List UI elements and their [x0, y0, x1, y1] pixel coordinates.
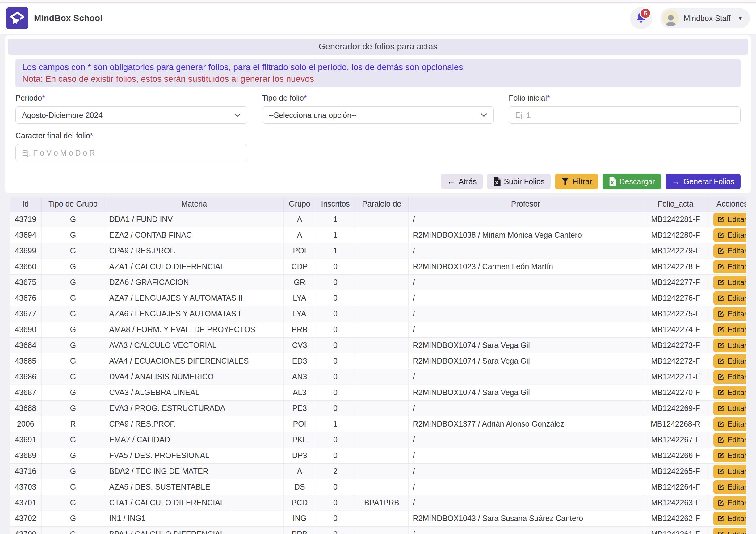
user-menu[interactable]: Mindbox Staff ▼: [660, 8, 750, 28]
main-content: Generador de folios para actas Los campo…: [5, 36, 751, 534]
filtrar-button[interactable]: Filtrar: [555, 174, 598, 189]
edit-button-label: Editar: [727, 357, 746, 366]
edit-pencil-icon: [717, 468, 724, 475]
editar-button[interactable]: Editar: [714, 480, 746, 494]
cell-acciones: Editar: [708, 306, 746, 322]
cell-acciones: Editar: [708, 322, 746, 337]
editar-button[interactable]: Editar: [714, 292, 746, 305]
editar-button[interactable]: Editar: [714, 213, 746, 226]
periodo-selected-value: Agosto-Diciembre 2024: [22, 111, 102, 120]
table-row: 43675 G DZA6 / GRAFICACION GR 0 / MB1242…: [10, 274, 746, 290]
notifications-button[interactable]: 5: [630, 7, 652, 29]
editar-button[interactable]: Editar: [714, 323, 746, 337]
col-paralelo: Paralelo de: [355, 197, 408, 212]
editar-button[interactable]: Editar: [714, 244, 746, 258]
cell-tipo-grupo: G: [41, 290, 105, 306]
edit-pencil-icon: [717, 326, 724, 333]
edit-pencil-icon: [717, 499, 724, 506]
editar-button[interactable]: Editar: [714, 339, 746, 352]
required-asterisk: *: [547, 93, 550, 102]
cell-tipo-grupo: G: [41, 479, 105, 495]
cell-paralelo: [355, 432, 408, 447]
caracter-final-field: Caracter final del folio*: [15, 131, 247, 162]
editar-button[interactable]: Editar: [714, 465, 746, 478]
editar-button[interactable]: Editar: [714, 354, 746, 368]
editar-button[interactable]: Editar: [714, 449, 746, 462]
cell-paralelo: [355, 400, 408, 416]
user-avatar: [663, 10, 679, 26]
cell-profesor: /: [408, 306, 643, 322]
editar-button[interactable]: Editar: [714, 276, 746, 289]
cell-id: 43675: [10, 274, 41, 290]
cell-tipo-grupo: G: [41, 306, 105, 322]
editar-button[interactable]: Editar: [714, 417, 746, 431]
cell-paralelo: [355, 385, 408, 400]
cell-id: 43660: [10, 259, 41, 274]
cell-id: 43676: [10, 290, 41, 306]
cell-paralelo: [355, 274, 408, 290]
edit-button-label: Editar: [727, 325, 746, 334]
cell-folio-acta: MB1242261-F: [643, 526, 708, 534]
cell-inscritos: 0: [316, 274, 355, 290]
edit-button-label: Editar: [727, 451, 746, 460]
tipo-folio-select[interactable]: --Selecciona una opción--: [262, 107, 494, 124]
cell-folio-acta: MB1242271-F: [643, 369, 708, 385]
user-name: Mindbox Staff: [684, 14, 731, 23]
cell-acciones: Editar: [708, 447, 746, 463]
editar-button[interactable]: Editar: [714, 228, 746, 242]
cell-acciones: Editar: [708, 526, 746, 534]
cell-paralelo: [355, 416, 408, 432]
editar-button[interactable]: Editar: [714, 370, 746, 384]
editar-button[interactable]: Editar: [714, 307, 746, 321]
folio-inicial-label: Folio inicial*: [509, 93, 741, 102]
cell-materia: EVA3 / PROG. ESTRUCTURADA: [105, 400, 284, 416]
cell-materia: FVA5 / DES. PROFESIONAL: [105, 447, 284, 463]
cell-acciones: Editar: [708, 274, 746, 290]
caracter-final-input[interactable]: [15, 144, 247, 162]
periodo-label: Periodo*: [15, 93, 247, 102]
cell-tipo-grupo: G: [41, 495, 105, 511]
notification-count-badge: 5: [640, 8, 651, 19]
person-icon: [664, 13, 678, 26]
cell-paralelo: [355, 322, 408, 337]
subir-folios-button[interactable]: Subir Folios: [487, 174, 551, 189]
cell-profesor: /: [408, 274, 643, 290]
table-row: 43687 G CVA3 / ALGEBRA LINEAL AL3 0 R2MI…: [10, 385, 746, 400]
cell-folio-acta: MB1242281-F: [643, 212, 708, 227]
table-body: 43719 G DDA1 / FUND INV A 1 / MB1242281-…: [10, 212, 746, 534]
col-grupo: Grupo: [284, 197, 316, 212]
cell-inscritos: 0: [316, 353, 355, 369]
editar-button[interactable]: Editar: [714, 527, 746, 534]
editar-button[interactable]: Editar: [714, 386, 746, 399]
edit-pencil-icon: [717, 294, 724, 302]
cell-acciones: Editar: [708, 479, 746, 495]
edit-button-label: Editar: [727, 231, 746, 240]
descargar-button[interactable]: Descargar: [603, 174, 661, 189]
atras-button[interactable]: ← Atrás: [441, 174, 483, 189]
cell-paralelo: [355, 479, 408, 495]
cell-materia: DVA4 / ANALISIS NUMERICO: [105, 369, 284, 385]
edit-button-label: Editar: [727, 530, 746, 534]
editar-button[interactable]: Editar: [714, 512, 746, 525]
table-row: 43700 G BPA1 / CALCULO DIFERENCIAL PRB 0…: [10, 526, 746, 534]
cell-inscritos: 0: [316, 385, 355, 400]
editar-button[interactable]: Editar: [714, 402, 746, 415]
cell-tipo-grupo: G: [41, 322, 105, 337]
generator-form: Los campos con * son obligatorios para g…: [8, 55, 748, 193]
cell-folio-acta: MB1242266-F: [643, 447, 708, 463]
cell-inscritos: 0: [316, 369, 355, 385]
cell-inscritos: 0: [316, 400, 355, 416]
cell-grupo: DS: [284, 479, 316, 495]
generar-folios-button[interactable]: → Generar Folios: [665, 174, 741, 189]
periodo-select[interactable]: Agosto-Diciembre 2024: [15, 107, 247, 124]
folio-inicial-input[interactable]: [509, 107, 741, 124]
cell-acciones: Editar: [708, 369, 746, 385]
edit-pencil-icon: [717, 263, 724, 270]
editar-button[interactable]: Editar: [714, 433, 746, 447]
folios-table: Id Tipo de Grupo Materia Grupo Inscritos…: [10, 197, 746, 534]
editar-button[interactable]: Editar: [714, 496, 746, 510]
cell-id: 43703: [10, 479, 41, 495]
cell-paralelo: [355, 306, 408, 322]
editar-button[interactable]: Editar: [714, 260, 746, 273]
cell-tipo-grupo: G: [41, 463, 105, 479]
